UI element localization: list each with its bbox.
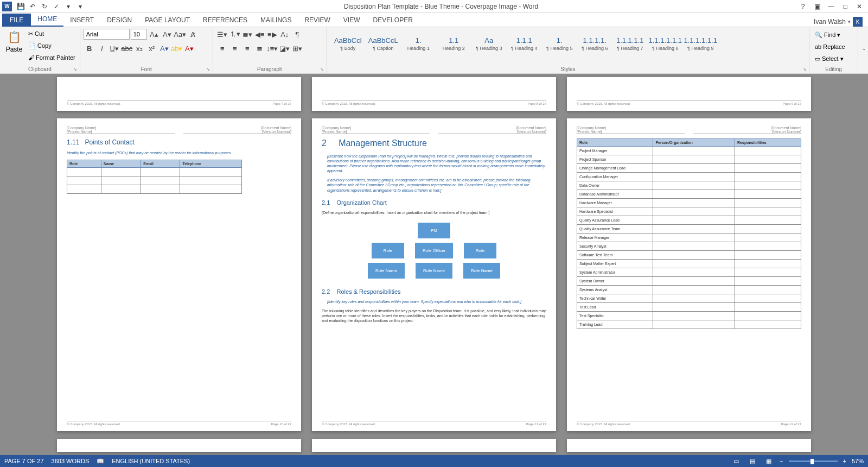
help-icon[interactable]: ?	[796, 1, 809, 12]
subscript-icon[interactable]: x₂	[133, 42, 145, 54]
maximize-btn[interactable]: □	[839, 1, 852, 12]
ribbon-options-icon[interactable]: ▣	[810, 1, 824, 12]
style-item[interactable]: 1.1.1.1.1¶ Heading 7	[612, 28, 648, 59]
increase-indent-icon[interactable]: ≡▶	[266, 28, 278, 40]
tab-review[interactable]: REVIEW	[298, 14, 336, 27]
tab-home[interactable]: HOME	[31, 12, 63, 27]
cut-icon: ✂	[28, 30, 33, 37]
undo-icon[interactable]: ↶	[27, 1, 38, 12]
tab-page-layout[interactable]: PAGE LAYOUT	[138, 14, 196, 27]
shrink-font-icon[interactable]: A▾	[161, 28, 173, 40]
italic-icon[interactable]: I	[96, 42, 108, 54]
replace-icon: ab	[815, 43, 821, 50]
word-app-icon[interactable]: W	[2, 2, 12, 11]
decrease-indent-icon[interactable]: ◀≡	[254, 28, 266, 40]
ribbon-home: 📋 Paste ✂Cut 📄Copy 🖌Format Painter Clipb…	[0, 27, 868, 74]
style-item[interactable]: 1.1Heading 2	[436, 28, 471, 59]
font-name-select[interactable]	[84, 29, 130, 40]
tab-design[interactable]: DESIGN	[100, 14, 138, 27]
group-font: A▴ A▾ Aa▾ A̷ B I U▾ abc x₂ x² A▾ ab▾ A▾ …	[80, 27, 213, 73]
style-item[interactable]: Aa¶ Heading 3	[471, 28, 507, 59]
font-size-select[interactable]	[131, 29, 147, 40]
style-item[interactable]: 1.1.1¶ Heading 4	[507, 28, 542, 59]
bullets-icon[interactable]: ☰▾	[216, 28, 228, 40]
show-marks-icon[interactable]: ¶	[291, 28, 303, 40]
align-center-icon[interactable]: ≡	[229, 42, 241, 54]
superscript-icon[interactable]: x²	[146, 42, 158, 54]
tab-file[interactable]: FILE	[2, 14, 31, 27]
editing-label: Editing	[813, 65, 854, 73]
collapse-ribbon-icon[interactable]: ⌃	[861, 47, 866, 53]
numbering-icon[interactable]: ⒈▾	[229, 28, 241, 40]
minimize-btn[interactable]: —	[825, 1, 838, 12]
customize-icon[interactable]: ▾	[63, 1, 74, 12]
copy-icon: 📄	[28, 42, 36, 49]
styles-gallery[interactable]: AaBbCcl¶ BodyAaBbCcL¶ Caption1.Heading 1…	[330, 28, 806, 65]
style-item[interactable]: AaBbCcl¶ Body	[330, 28, 366, 59]
copy-button[interactable]: 📄Copy	[27, 40, 76, 51]
clipboard-label: Clipboard	[3, 65, 76, 73]
qat-dropdown-icon[interactable]: ▾	[75, 1, 86, 12]
quick-access-toolbar: W 💾 ↶ ↻ ✓ ▾ ▾	[2, 1, 86, 12]
grow-font-icon[interactable]: A▴	[148, 28, 160, 40]
sort-icon[interactable]: A↓	[279, 28, 291, 40]
save-icon[interactable]: 💾	[15, 1, 26, 12]
line-spacing-icon[interactable]: ↕≡▾	[266, 42, 278, 54]
window-title: Disposition Plan Template - Blue Theme -…	[86, 3, 796, 10]
group-clipboard: 📋 Paste ✂Cut 📄Copy 🖌Format Painter Clipb…	[0, 27, 80, 73]
titlebar: W 💾 ↶ ↻ ✓ ▾ ▾ Disposition Plan Template …	[0, 0, 868, 13]
paragraph-label: Paragraph	[216, 65, 323, 73]
group-styles: AaBbCcl¶ BodyAaBbCcL¶ Caption1.Heading 1…	[327, 27, 809, 73]
ribbon-tabs: FILE HOME INSERT DESIGN PAGE LAYOUT REFE…	[0, 13, 868, 27]
style-item[interactable]: 1.Heading 1	[401, 28, 436, 59]
strike-icon[interactable]: abc	[121, 42, 133, 54]
bold-icon[interactable]: B	[84, 42, 95, 54]
styles-launcher[interactable]: ↘	[801, 66, 808, 72]
paragraph-launcher[interactable]: ↘	[319, 66, 326, 72]
replace-button[interactable]: abReplace	[814, 41, 853, 52]
group-paragraph: ☰▾ ⒈▾ ≣▾ ◀≡ ≡▶ A↓ ¶ ≡ ≡ ≡ ≣ ↕≡▾ ◪▾ ⊞▾ Pa…	[213, 27, 327, 73]
highlight-icon[interactable]: ab▾	[171, 42, 183, 54]
tab-references[interactable]: REFERENCES	[196, 14, 254, 27]
tab-developer[interactable]: DEVELOPER	[366, 14, 419, 27]
redo-icon[interactable]: ↻	[39, 1, 50, 12]
borders-icon[interactable]: ⊞▾	[291, 42, 303, 54]
style-item[interactable]: 1.1.1.1.1.1¶ Heading 8	[648, 28, 683, 59]
multilevel-icon[interactable]: ≣▾	[241, 28, 253, 40]
justify-icon[interactable]: ≣	[254, 42, 266, 54]
tab-view[interactable]: VIEW	[337, 14, 367, 27]
find-button[interactable]: 🔍Find ▾	[814, 29, 853, 40]
style-item[interactable]: 1.1.1.1.1.1¶ Heading 9	[683, 28, 718, 59]
change-case-icon[interactable]: Aa▾	[174, 28, 186, 40]
spellcheck-icon[interactable]: ✓	[51, 1, 62, 12]
align-right-icon[interactable]: ≡	[241, 42, 253, 54]
paste-icon: 📋	[5, 28, 23, 46]
user-avatar[interactable]: K	[853, 17, 863, 27]
tab-insert[interactable]: INSERT	[63, 14, 100, 27]
style-item[interactable]: 1.1.1.1.¶ Heading 6	[577, 28, 612, 59]
font-color-icon[interactable]: A▾	[183, 42, 195, 54]
format-painter-button[interactable]: 🖌Format Painter	[27, 52, 76, 63]
font-label: Font	[84, 65, 209, 73]
user-name[interactable]: Ivan Walsh	[814, 18, 846, 26]
styles-label: Styles	[330, 65, 806, 73]
select-icon: ▭	[815, 55, 820, 62]
shading-icon[interactable]: ◪▾	[279, 42, 291, 54]
clipboard-launcher[interactable]: ↘	[72, 66, 79, 72]
underline-icon[interactable]: U▾	[108, 42, 120, 54]
text-effects-icon[interactable]: A▾	[158, 42, 170, 54]
find-icon: 🔍	[815, 31, 822, 39]
style-item[interactable]: AaBbCcL¶ Caption	[366, 28, 401, 59]
paste-button[interactable]: 📋 Paste	[3, 28, 25, 65]
align-left-icon[interactable]: ≡	[216, 42, 228, 54]
clear-format-icon[interactable]: A̷	[187, 28, 199, 40]
close-btn[interactable]: ✕	[853, 1, 866, 12]
style-item[interactable]: 1.¶ Heading 5	[542, 28, 577, 59]
tab-mailings[interactable]: MAILINGS	[254, 14, 298, 27]
paste-label: Paste	[6, 46, 23, 53]
format-painter-icon: 🖌	[28, 54, 34, 61]
cut-button[interactable]: ✂Cut	[27, 28, 76, 39]
group-editing: 🔍Find ▾ abReplace ▭Select ▾ Editing	[809, 27, 858, 73]
select-button[interactable]: ▭Select ▾	[814, 53, 853, 64]
font-launcher[interactable]: ↘	[205, 66, 212, 72]
